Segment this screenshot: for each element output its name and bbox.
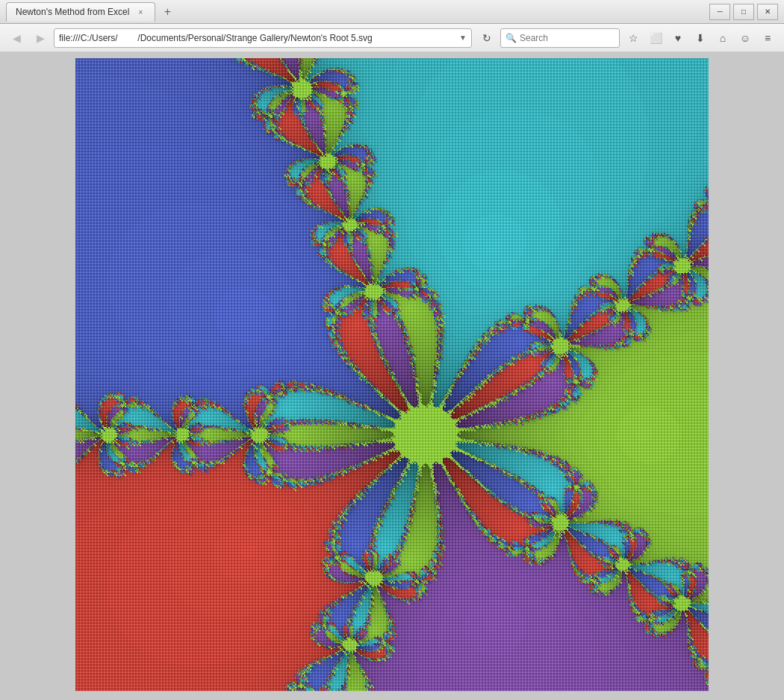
refresh-button[interactable]: ↻ <box>476 28 497 49</box>
title-bar-left: Newton's Method from Excel × + <box>6 2 709 22</box>
pocket-button[interactable]: ♥ <box>668 28 688 49</box>
title-bar: Newton's Method from Excel × + ─ □ ✕ <box>0 0 784 24</box>
address-bar-wrapper: ▼ <box>54 28 472 48</box>
bookmark-star-button[interactable]: ☆ <box>623 28 644 49</box>
download-button[interactable]: ⬇ <box>690 28 711 49</box>
profile-button[interactable]: ☺ <box>735 28 756 49</box>
back-button[interactable]: ◀ <box>6 28 27 49</box>
search-input[interactable] <box>520 33 615 43</box>
new-tab-button[interactable]: + <box>158 3 176 21</box>
home-button[interactable]: ⌂ <box>712 28 733 49</box>
toolbar-icons: ☆ ⬜ ♥ ⬇ ⌂ ☺ ≡ <box>623 28 778 49</box>
nav-bar: ◀ ▶ ▼ ↻ 🔍 ☆ ⬜ ♥ ⬇ ⌂ ☺ ≡ <box>0 24 784 52</box>
browser-tab[interactable]: Newton's Method from Excel × <box>6 2 155 22</box>
menu-button[interactable]: ≡ <box>757 28 778 49</box>
maximize-button[interactable]: □ <box>733 4 754 20</box>
search-bar: 🔍 <box>500 28 620 48</box>
close-window-button[interactable]: ✕ <box>757 4 778 20</box>
fractal-image <box>75 58 709 691</box>
address-input[interactable] <box>59 33 456 43</box>
content-area <box>0 52 784 700</box>
window-controls: ─ □ ✕ <box>709 4 778 20</box>
tab-title: Newton's Method from Excel <box>16 7 129 17</box>
forward-button[interactable]: ▶ <box>30 28 51 49</box>
address-dropdown-icon[interactable]: ▼ <box>459 34 467 42</box>
search-icon: 🔍 <box>505 33 517 43</box>
reading-view-button[interactable]: ⬜ <box>645 28 666 49</box>
fractal-canvas <box>75 58 709 691</box>
minimize-button[interactable]: ─ <box>709 4 730 20</box>
tab-close-button[interactable]: × <box>135 7 146 17</box>
